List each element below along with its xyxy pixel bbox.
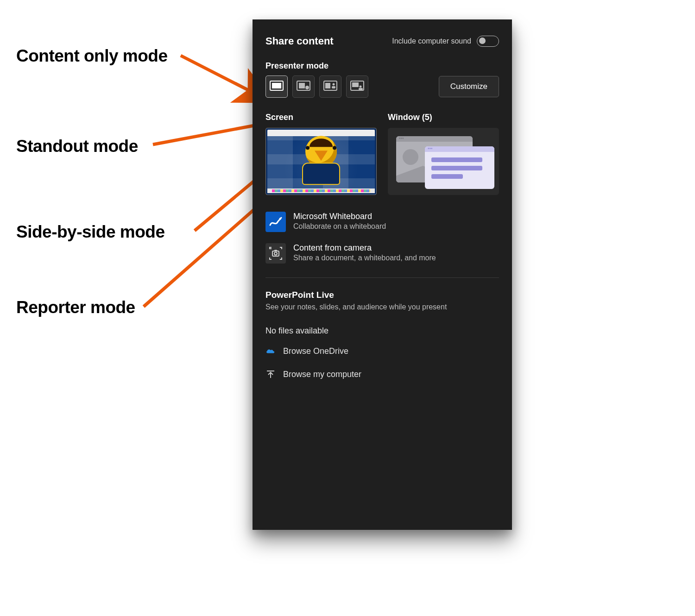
standout-icon bbox=[297, 81, 310, 93]
svg-rect-19 bbox=[274, 250, 277, 251]
annotation-content-only: Content only mode bbox=[16, 46, 168, 66]
browse-computer-button[interactable]: Browse my computer bbox=[265, 363, 499, 386]
share-window-thumbnail[interactable] bbox=[388, 128, 499, 195]
window-section-label: Window (5) bbox=[388, 113, 499, 122]
annotation-standout: Standout mode bbox=[16, 137, 138, 156]
camera-icon bbox=[265, 243, 286, 264]
include-sound-toggle[interactable] bbox=[477, 36, 499, 47]
mode-content-only-button[interactable] bbox=[265, 75, 288, 98]
content-only-icon bbox=[270, 81, 284, 93]
option-content-from-camera[interactable]: Content from camera Share a document, a … bbox=[265, 238, 499, 269]
mode-side-by-side-button[interactable] bbox=[319, 75, 341, 98]
whiteboard-subtitle: Collaborate on a whiteboard bbox=[293, 222, 386, 231]
option-microsoft-whiteboard[interactable]: Microsoft Whiteboard Collaborate on a wh… bbox=[265, 206, 499, 238]
svg-rect-10 bbox=[325, 83, 330, 88]
onedrive-icon bbox=[265, 346, 276, 356]
svg-rect-16 bbox=[359, 88, 363, 90]
annotation-reporter: Reporter mode bbox=[16, 298, 135, 317]
camera-subtitle: Share a document, a whiteboard, and more bbox=[293, 254, 436, 262]
svg-rect-5 bbox=[272, 83, 281, 88]
reporter-icon bbox=[350, 81, 364, 93]
mode-reporter-button[interactable] bbox=[346, 75, 368, 98]
browse-onedrive-button[interactable]: Browse OneDrive bbox=[265, 339, 499, 363]
mode-standout-button[interactable] bbox=[292, 75, 315, 98]
mascot-eagle-image bbox=[296, 136, 347, 184]
share-screen-thumbnail[interactable] bbox=[265, 128, 377, 195]
whiteboard-icon bbox=[265, 212, 286, 232]
svg-point-18 bbox=[274, 252, 277, 255]
presenter-mode-label: Presenter mode bbox=[253, 47, 512, 75]
svg-point-11 bbox=[333, 83, 335, 86]
camera-title: Content from camera bbox=[293, 243, 436, 253]
svg-point-15 bbox=[360, 86, 362, 88]
whiteboard-title: Microsoft Whiteboard bbox=[293, 212, 386, 221]
powerpoint-live-title: PowerPoint Live bbox=[265, 290, 499, 300]
no-files-label: No files available bbox=[253, 311, 512, 336]
svg-rect-7 bbox=[299, 83, 305, 88]
powerpoint-live-subtitle: See your notes, slides, and audience whi… bbox=[265, 303, 499, 311]
screen-section-label: Screen bbox=[265, 113, 377, 122]
svg-rect-14 bbox=[352, 82, 359, 87]
svg-point-8 bbox=[305, 86, 309, 89]
browse-computer-label: Browse my computer bbox=[283, 370, 361, 379]
customize-button[interactable]: Customize bbox=[439, 76, 499, 97]
upload-arrow-icon bbox=[265, 369, 276, 379]
annotation-side-by-side: Side-by-side mode bbox=[16, 222, 164, 242]
side-by-side-icon bbox=[323, 81, 337, 93]
include-sound-label: Include computer sound bbox=[392, 37, 471, 45]
browse-onedrive-label: Browse OneDrive bbox=[283, 346, 348, 356]
panel-title: Share content bbox=[265, 35, 334, 47]
share-content-panel: Share content Include computer sound Pre… bbox=[253, 19, 512, 530]
svg-rect-12 bbox=[332, 86, 335, 88]
section-divider bbox=[265, 277, 499, 278]
